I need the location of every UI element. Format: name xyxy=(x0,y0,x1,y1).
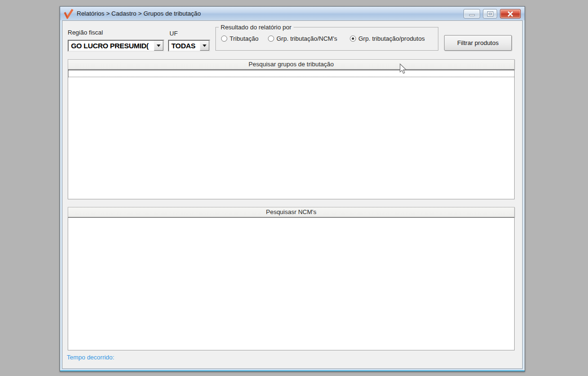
ncms-header[interactable]: Pesquisasr NCM's xyxy=(68,207,515,217)
minimize-icon xyxy=(469,14,475,16)
regiao-fiscal-dropdown-arrow-icon[interactable] xyxy=(154,41,163,51)
titlebar[interactable]: Relatórios > Cadastro > Grupos de tribut… xyxy=(60,7,525,20)
app-logo-icon xyxy=(63,9,74,19)
regiao-fiscal-value: GO LUCRO PRESUMID( xyxy=(69,42,154,50)
radio-grp-tributacao-ncms[interactable]: Grp. tributação/NCM's xyxy=(268,35,337,42)
grupos-tributacao-list[interactable] xyxy=(68,70,515,199)
window-title: Relatórios > Cadastro > Grupos de tribut… xyxy=(77,10,201,17)
grupos-tributacao-header[interactable]: Pesquisar grupos de tributação xyxy=(68,59,515,70)
radio-grp-tributacao-ncms-circle-icon xyxy=(268,36,274,42)
radio-tributacao[interactable]: Tributação xyxy=(221,35,258,42)
uf-dropdown-arrow-icon[interactable] xyxy=(200,41,209,51)
window-controls xyxy=(463,9,521,18)
empty-focused-row[interactable] xyxy=(68,70,514,77)
client-area: Região fiscal GO LUCRO PRESUMID( UF TODA… xyxy=(62,20,523,369)
regiao-fiscal-select[interactable]: GO LUCRO PRESUMID( xyxy=(68,40,164,52)
radio-grp-tributacao-produtos[interactable]: Grp. tributação/produtos xyxy=(350,35,425,42)
resultado-groupbox-title: Resultado do relatório por xyxy=(219,24,294,31)
radio-tributacao-circle-icon xyxy=(221,36,227,42)
maximize-icon xyxy=(488,12,493,16)
ncms-list[interactable] xyxy=(68,217,515,350)
close-icon xyxy=(508,11,513,17)
uf-select[interactable]: TODAS xyxy=(168,40,210,52)
filtrar-produtos-button[interactable]: Filtrar produtos xyxy=(444,35,512,51)
uf-label: UF xyxy=(169,30,178,37)
regiao-fiscal-label: Região fiscal xyxy=(68,29,103,36)
resultado-groupbox: Resultado do relatório por Tributação Gr… xyxy=(215,27,438,51)
radio-grp-tributacao-produtos-circle-icon xyxy=(350,36,356,42)
tempo-decorrido-label: Tempo decorrido: xyxy=(67,354,114,361)
uf-value: TODAS xyxy=(169,42,200,50)
close-button[interactable] xyxy=(500,9,521,18)
maximize-button[interactable] xyxy=(483,9,497,18)
minimize-button[interactable] xyxy=(463,9,480,18)
app-window: Relatórios > Cadastro > Grupos de tribut… xyxy=(60,6,525,372)
